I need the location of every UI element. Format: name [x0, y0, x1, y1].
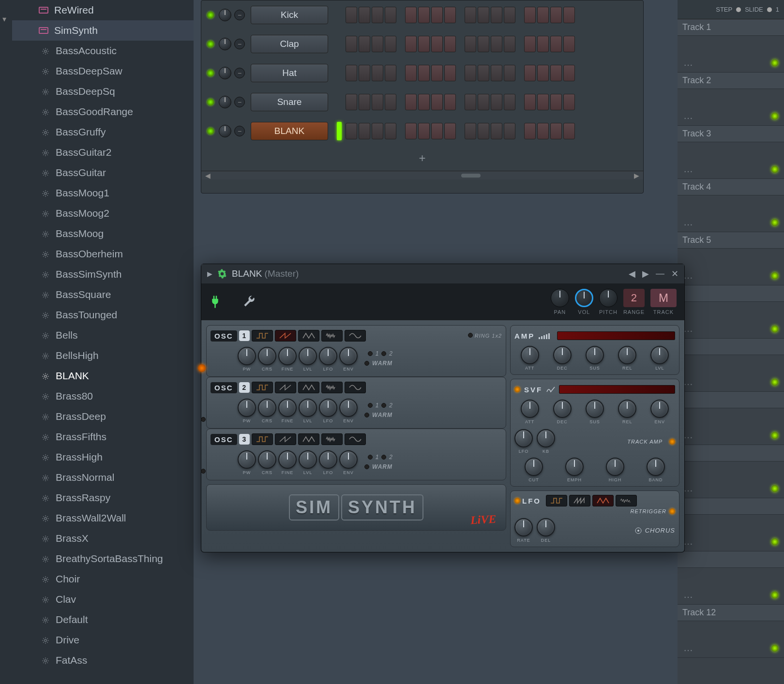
- step-cell[interactable]: [563, 36, 575, 52]
- channel-mute-button[interactable]: −: [234, 97, 245, 107]
- lfo-rate-knob[interactable]: [514, 518, 533, 536]
- step-cell[interactable]: [524, 123, 536, 139]
- step-cell[interactable]: [385, 36, 396, 52]
- scroll-left-icon[interactable]: ◀: [205, 172, 211, 179]
- track-led-icon[interactable]: [771, 592, 778, 598]
- track-header[interactable]: [678, 498, 784, 515]
- step-cell[interactable]: [478, 7, 489, 23]
- step-cell[interactable]: [563, 123, 575, 139]
- track-menu-icon[interactable]: …: [683, 323, 694, 334]
- scroll-thumb[interactable]: [461, 174, 481, 178]
- sidebar-preset[interactable]: BassMoog: [12, 223, 194, 244]
- osc1-crs-knob[interactable]: [258, 347, 276, 365]
- step-cell[interactable]: [346, 94, 357, 110]
- osc2-fine-knob[interactable]: [278, 399, 297, 417]
- osc3-wave-square[interactable]: [252, 433, 273, 445]
- amp-lvl-knob[interactable]: [650, 346, 669, 364]
- retrigger-led-icon[interactable]: [669, 508, 675, 514]
- svf-lfo-knob[interactable]: [514, 429, 533, 447]
- step-cell[interactable]: [359, 94, 370, 110]
- step-cell[interactable]: [465, 94, 476, 110]
- osc2-pw-knob[interactable]: [238, 399, 256, 417]
- osc1-fine-knob[interactable]: [278, 347, 297, 365]
- channel-pan-knob[interactable]: [219, 125, 231, 137]
- osc1-mode2-led[interactable]: [381, 351, 386, 356]
- osc1-active-led-icon[interactable]: [198, 364, 206, 372]
- osc3-mode2-led[interactable]: [381, 455, 386, 460]
- channel-name-button[interactable]: Kick: [251, 6, 328, 24]
- osc3-lfo-knob[interactable]: [319, 450, 337, 469]
- sidebar-preset[interactable]: BassTounged: [12, 305, 194, 325]
- rack-scrollbar[interactable]: ◀ ▶: [201, 171, 643, 179]
- amp-dec-knob[interactable]: [553, 346, 572, 364]
- svf-cut-knob[interactable]: [525, 458, 543, 476]
- osc2-wave-sine[interactable]: [345, 382, 366, 393]
- sidebar-preset[interactable]: BassMoog2: [12, 203, 194, 223]
- sidebar-preset[interactable]: Clav: [12, 589, 194, 610]
- step-cell[interactable]: [465, 36, 476, 52]
- osc2-wave-noise[interactable]: [321, 382, 343, 393]
- step-cell[interactable]: [385, 65, 396, 81]
- channel-name-button[interactable]: BLANK: [251, 122, 328, 140]
- playlist-track[interactable]: …: [678, 498, 784, 551]
- lfo-wave-saw[interactable]: [569, 495, 590, 506]
- osc1-lfo-knob[interactable]: [319, 347, 337, 365]
- track-amp-led-icon[interactable]: [669, 439, 675, 445]
- step-cell[interactable]: [465, 123, 476, 139]
- sidebar-preset[interactable]: BassDeepSaw: [12, 61, 194, 81]
- step-cell[interactable]: [524, 94, 536, 110]
- step-cell[interactable]: [431, 7, 443, 23]
- step-cell[interactable]: [346, 7, 357, 23]
- step-cell[interactable]: [431, 36, 443, 52]
- track-menu-icon[interactable]: …: [683, 376, 694, 387]
- step-cell[interactable]: [444, 94, 456, 110]
- step-cell[interactable]: [550, 7, 562, 23]
- sidebar-preset[interactable]: BrassX: [12, 528, 194, 549]
- track-header[interactable]: [678, 551, 784, 568]
- step-indicator-icon[interactable]: [736, 7, 741, 12]
- sidebar-preset[interactable]: BassDeepSq: [12, 81, 194, 102]
- minimize-icon[interactable]: —: [656, 268, 664, 279]
- channel-mute-button[interactable]: −: [234, 10, 245, 20]
- playlist-track[interactable]: Track 5…: [678, 232, 784, 285]
- osc3-pw-knob[interactable]: [238, 450, 256, 469]
- channel-led-icon[interactable]: [207, 70, 214, 76]
- channel-pan-knob[interactable]: [219, 67, 231, 79]
- ring-label[interactable]: RING 1x2: [468, 333, 502, 339]
- svf-dec-knob[interactable]: [553, 400, 572, 418]
- sidebar-preset[interactable]: BellsHigh: [12, 345, 194, 366]
- step-cell[interactable]: [444, 123, 456, 139]
- slide-indicator-icon[interactable]: [767, 7, 772, 12]
- sidebar-preset[interactable]: Choir: [12, 569, 194, 589]
- svf-rel-knob[interactable]: [618, 400, 636, 418]
- osc3-env-knob[interactable]: [339, 450, 358, 469]
- amp-sus-knob[interactable]: [586, 346, 604, 364]
- track-menu-icon[interactable]: …: [683, 270, 694, 281]
- step-cell[interactable]: [491, 94, 502, 110]
- osc3-crs-knob[interactable]: [258, 450, 276, 469]
- step-cell[interactable]: [465, 7, 476, 23]
- osc3-mode1-led[interactable]: [368, 455, 373, 460]
- step-cell[interactable]: [491, 123, 502, 139]
- plugin-titlebar[interactable]: ▶ BLANK (Master) ◀ ▶ — ✕: [201, 264, 684, 283]
- channel-mute-button[interactable]: −: [234, 68, 245, 78]
- lfo-del-knob[interactable]: [537, 518, 555, 536]
- next-preset-icon[interactable]: ▶: [642, 268, 649, 279]
- step-cell[interactable]: [537, 94, 549, 110]
- playlist-track[interactable]: …: [678, 392, 784, 445]
- playlist-track[interactable]: Track 3…: [678, 126, 784, 179]
- osc3-wave-noise[interactable]: [321, 433, 343, 445]
- osc3-wave-tri[interactable]: [298, 433, 319, 445]
- chorus-label[interactable]: CHORUS: [634, 527, 675, 535]
- step-cell[interactable]: [550, 123, 562, 139]
- channel-name-button[interactable]: Hat: [251, 64, 328, 82]
- add-channel-button[interactable]: +: [201, 146, 643, 171]
- osc1-wave-saw[interactable]: [275, 330, 296, 342]
- step-cell[interactable]: [537, 7, 549, 23]
- lfo-wave-tri[interactable]: [592, 495, 614, 506]
- amp-rel-knob[interactable]: [618, 346, 636, 364]
- svf-emph-knob[interactable]: [565, 458, 584, 476]
- step-cell[interactable]: [405, 7, 417, 23]
- sidebar-preset[interactable]: BrassRaspy: [12, 488, 194, 508]
- track-menu-icon[interactable]: …: [683, 430, 694, 441]
